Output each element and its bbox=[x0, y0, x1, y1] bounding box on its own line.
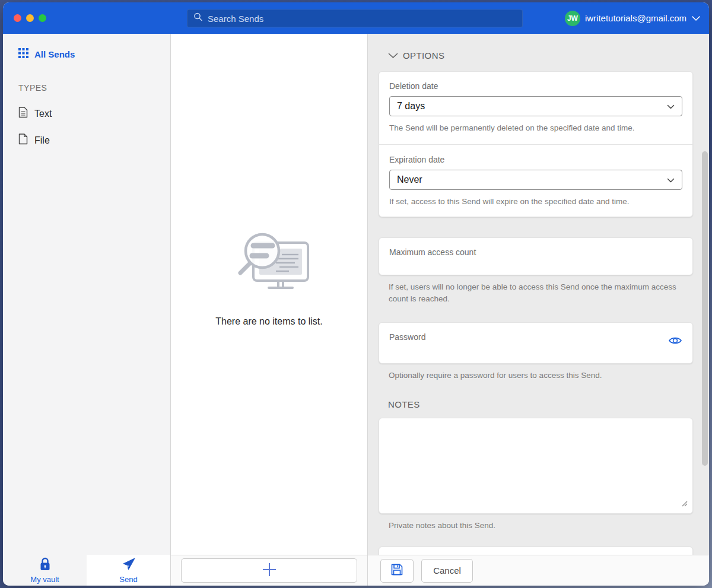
type-text-label: Text bbox=[34, 109, 52, 119]
bottom-nav: My vault Send bbox=[3, 555, 170, 586]
deletion-date-select[interactable]: 7 days bbox=[389, 96, 682, 116]
options-scroll-area[interactable]: OPTIONS Deletion date 7 days bbox=[368, 34, 709, 555]
send-list-panel: There are no items to list. bbox=[171, 34, 368, 586]
password-hint: Optionally require a password for users … bbox=[389, 370, 693, 382]
options-collapse-toggle[interactable]: OPTIONS bbox=[388, 50, 693, 61]
window-controls bbox=[3, 14, 46, 22]
type-file-label: File bbox=[34, 135, 50, 146]
deletion-date-value: 7 days bbox=[397, 101, 425, 112]
list-footer bbox=[171, 555, 367, 586]
search-icon bbox=[193, 12, 203, 24]
account-email: iwritetutorials@gmail.com bbox=[585, 13, 686, 23]
send-options-panel: OPTIONS Deletion date 7 days bbox=[368, 34, 709, 586]
text-file-icon bbox=[18, 107, 28, 120]
bitwarden-window: JW iwritetutorials@gmail.com bbox=[3, 2, 709, 586]
password-field[interactable]: Password bbox=[379, 322, 693, 364]
options-header: OPTIONS bbox=[403, 50, 444, 61]
search-field[interactable] bbox=[187, 9, 523, 27]
search-monitor-illustration bbox=[225, 226, 314, 300]
search-input[interactable] bbox=[208, 13, 516, 23]
add-send-button[interactable] bbox=[181, 558, 357, 583]
zoom-window-button[interactable] bbox=[39, 14, 46, 22]
all-sends-label: All Sends bbox=[34, 49, 75, 59]
max-access-count-field[interactable]: Maximum access count bbox=[379, 237, 693, 275]
avatar: JW bbox=[565, 11, 580, 26]
detail-footer: Cancel bbox=[368, 555, 709, 586]
cancel-button[interactable]: Cancel bbox=[421, 559, 473, 583]
deletion-date-label: Deletion date bbox=[389, 81, 682, 91]
sidebar-content: All Sends TYPES Text File bbox=[3, 34, 170, 555]
dates-card: Deletion date 7 days The Send will be pe… bbox=[379, 71, 693, 217]
card-divider bbox=[379, 144, 692, 145]
max-access-count-hint: If set, users will no longer be able to … bbox=[389, 281, 693, 304]
max-access-count-label: Maximum access count bbox=[389, 247, 682, 257]
resize-handle[interactable] bbox=[681, 498, 688, 509]
password-label: Password bbox=[389, 332, 425, 342]
nav-tab-send[interactable]: Send bbox=[87, 555, 170, 586]
sidebar-item-file[interactable]: File bbox=[18, 134, 170, 147]
hide-email-card: Hide my email address from recipients. bbox=[379, 546, 693, 555]
minimize-window-button[interactable] bbox=[26, 14, 34, 22]
sidebar: All Sends TYPES Text File bbox=[3, 34, 171, 586]
plus-icon bbox=[262, 562, 277, 580]
chevron-down-icon bbox=[691, 13, 701, 24]
sidebar-item-text[interactable]: Text bbox=[18, 107, 170, 120]
deletion-date-hint: The Send will be permanently deleted on … bbox=[389, 122, 682, 134]
save-disk-icon bbox=[390, 563, 403, 579]
scrollbar-thumb[interactable] bbox=[702, 151, 708, 466]
expiration-date-select[interactable]: Never bbox=[389, 170, 682, 190]
close-window-button[interactable] bbox=[14, 14, 21, 22]
empty-state: There are no items to list. bbox=[171, 2, 367, 555]
grid-icon bbox=[18, 48, 28, 61]
notes-textarea[interactable] bbox=[379, 418, 693, 514]
blank-file-icon bbox=[18, 134, 28, 147]
my-vault-label: My vault bbox=[30, 575, 59, 584]
hide-email-row[interactable]: Hide my email address from recipients. bbox=[379, 547, 692, 555]
expiration-date-value: Never bbox=[397, 174, 422, 185]
chevron-down-icon bbox=[667, 101, 675, 112]
notes-header: NOTES bbox=[388, 399, 693, 409]
save-button[interactable] bbox=[380, 559, 414, 583]
toggle-password-visibility-button[interactable] bbox=[668, 336, 682, 348]
nav-tab-my-vault[interactable]: My vault bbox=[3, 555, 87, 586]
types-header: TYPES bbox=[18, 83, 170, 93]
empty-state-text: There are no items to list. bbox=[215, 316, 323, 327]
titlebar: JW iwritetutorials@gmail.com bbox=[3, 2, 709, 34]
sidebar-item-all-sends[interactable]: All Sends bbox=[18, 48, 170, 61]
chevron-down-icon bbox=[667, 174, 675, 185]
desktop-background: JW iwritetutorials@gmail.com bbox=[0, 0, 712, 588]
lock-icon bbox=[39, 557, 52, 574]
account-menu[interactable]: JW iwritetutorials@gmail.com bbox=[565, 11, 701, 26]
expiration-date-label: Expiration date bbox=[389, 155, 682, 164]
notes-hint: Private notes about this Send. bbox=[389, 520, 693, 532]
chevron-down-icon bbox=[388, 50, 398, 61]
paper-plane-icon bbox=[122, 557, 136, 574]
send-label: Send bbox=[119, 575, 137, 584]
main-area: All Sends TYPES Text File bbox=[3, 34, 709, 586]
expiration-date-hint: If set, access to this Send will expire … bbox=[389, 196, 682, 208]
